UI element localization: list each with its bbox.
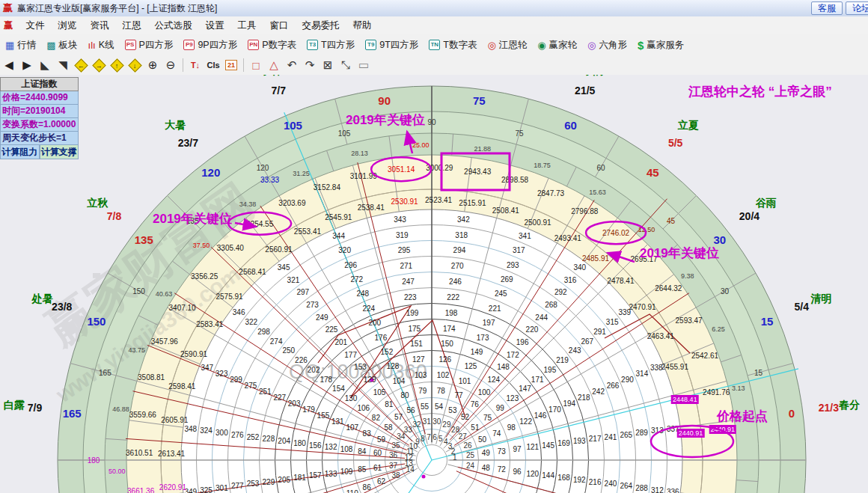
t9-chip-icon: T9 [365,40,376,50]
menu-item-文件[interactable]: 文件 [19,18,52,33]
toolbar-item-label: 板块 [59,39,78,52]
toolbar-item-label: K线 [99,39,114,52]
candles-icon: ılı [88,40,96,50]
panel-row-3: 周天变化步长=1 [0,132,79,145]
pn-chip-icon: PN [248,40,259,50]
toolbar-item-赢家轮[interactable]: ◉赢家轮 [532,36,582,54]
menu-item-公式选股[interactable]: 公式选股 [148,18,199,33]
toolbar-item-label: P四方形 [139,39,174,52]
annotation-layer [0,75,868,493]
arrow-right-icon[interactable]: ▶ [18,57,36,73]
winner-wheel-icon: ◉ [537,40,545,50]
diamond-right-icon[interactable]: → [90,57,108,73]
menu-item-交易委托[interactable]: 交易委托 [296,18,346,33]
gann-wheel-icon: ◎ [487,40,495,50]
triangle-tool-icon[interactable]: △ [265,57,283,73]
toolbar-item-T四方形[interactable]: T3T四方形 [302,36,360,54]
toolbar-item-六角形[interactable]: ◎六角形 [582,36,632,54]
menu-item-资讯[interactable]: 资讯 [84,18,116,33]
toolbar-item-K线[interactable]: ılıK线 [83,36,120,54]
panel-button-计算阻力[interactable]: 计算阻力 [0,145,40,159]
diamond-up-icon[interactable]: ↑ [108,57,126,73]
toolbar-item-label: P数字表 [262,39,296,52]
quote-panel: 上证指数 价格=2440.9099时间=20190104变换系数=1.00000… [0,77,79,159]
menu-item-江恩[interactable]: 江恩 [116,18,148,33]
t3-chip-icon: T3 [307,40,318,50]
drawing-toolbar: ◀▶◣◥←→↑↓⊕⊖T↓Cls21□△↶↷⊠⤡▭ [0,55,868,76]
toolbar-item-板块[interactable]: ▩板块 [41,36,82,54]
p9-chip-icon: P9 [183,40,195,50]
arrow-left-icon[interactable]: ◀ [0,57,18,73]
toolbar-item-9P四方形[interactable]: P99P四方形 [178,36,242,54]
toolbar-separator [183,58,183,72]
ps-chip-icon: PS [125,40,136,50]
dollar-icon: $ [638,40,644,50]
toolbar-item-江恩轮[interactable]: ◎江恩轮 [482,36,532,54]
zoom-in-icon[interactable]: ⊕ [144,57,162,73]
menu-item-窗口[interactable]: 窗口 [263,18,296,33]
blocks-icon: ▩ [46,40,55,50]
toolbar-item-label: T四方形 [321,39,355,52]
gann-wheel-chart[interactable]: QQ:100800360赢家财富网www.yingjia360.com 1234… [0,75,868,493]
rotate-ccw-icon[interactable]: ↶ [283,57,301,73]
menu-logo-icon: 赢 [4,19,13,32]
toolbar-item-label: 9T四方形 [379,39,418,52]
grid-icon: ▦ [5,40,14,50]
main-toolbar: ▦行情▩板块ılıK线PSP四方形P99P四方形PNP数字表T3T四方形T99T… [0,34,868,56]
t-down-icon[interactable]: T↓ [186,57,204,73]
titlebar-button-论坛[interactable]: 论坛 [846,1,868,15]
toolbar-item-label: 9P四方形 [198,39,237,52]
diamond-down-icon[interactable]: ↓ [126,57,144,73]
tri-down-icon[interactable]: ◥ [54,57,72,73]
toolbar-item-P数字表[interactable]: PNP数字表 [242,36,302,54]
rect-tool-icon[interactable]: □ [247,57,265,73]
window-title: 赢家江恩专业版[赢家服务平台] - [上证指数 江恩轮] [17,2,217,15]
menu-item-浏览[interactable]: 浏览 [52,18,84,33]
calendar-icon[interactable]: 21 [222,57,240,73]
toolbar-item-P四方形[interactable]: PSP四方形 [120,36,179,54]
tn-chip-icon: TN [429,40,440,50]
titlebar-buttons: 客服论坛 [811,1,868,15]
toolbar-item-label: 江恩轮 [499,39,528,52]
app-logo-icon: 赢 [3,1,13,15]
fit-icon[interactable]: ⤡ [337,57,355,73]
toolbar-item-行情[interactable]: ▦行情 [0,36,41,54]
toolbar-item-label: 赢家服务 [647,39,684,52]
panel-row-1: 时间=20190104 [0,105,79,118]
menu-item-工具[interactable]: 工具 [231,18,263,33]
toolbar-item-label: 赢家轮 [549,39,578,52]
boxed-x-icon[interactable]: ⊠ [319,57,337,73]
hexagon-icon: ◎ [587,40,596,50]
menu-bar: 赢 文件浏览资讯江恩公式选股设置工具窗口交易委托帮助 [0,16,868,35]
menu-item-设置[interactable]: 设置 [199,18,231,33]
tri-left-icon[interactable]: ◣ [36,57,54,73]
titlebar-button-客服[interactable]: 客服 [811,1,843,15]
toolbar-item-label: T数字表 [443,39,477,52]
panel-row-0: 价格=2440.9099 [0,91,79,105]
monitor-icon[interactable]: ▭ [355,57,373,73]
toolbar-item-label: 六角形 [599,39,627,52]
title-bar: 赢 赢家江恩专业版[赢家服务平台] - [上证指数 江恩轮] 客服论坛 [0,0,868,17]
toolbar-separator [243,58,244,72]
toolbar-item-赢家服务[interactable]: $赢家服务 [632,36,689,54]
toolbar-item-label: 行情 [17,39,36,52]
toolbar-item-T数字表[interactable]: TNT数字表 [424,36,482,54]
menu-item-帮助[interactable]: 帮助 [346,18,379,33]
zoom-out-icon[interactable]: ⊖ [162,57,180,73]
instrument-name: 上证指数 [0,77,79,91]
cls-button[interactable]: Cls [204,57,222,73]
panel-button-计算支撑[interactable]: 计算支撑 [40,145,79,159]
diamond-left-icon[interactable]: ← [72,57,90,73]
toolbar-item-9T四方形[interactable]: T99T四方形 [360,36,424,54]
rotate-cw-icon[interactable]: ↷ [301,57,319,73]
panel-row-2: 变换系数=1.00000 [0,118,79,132]
